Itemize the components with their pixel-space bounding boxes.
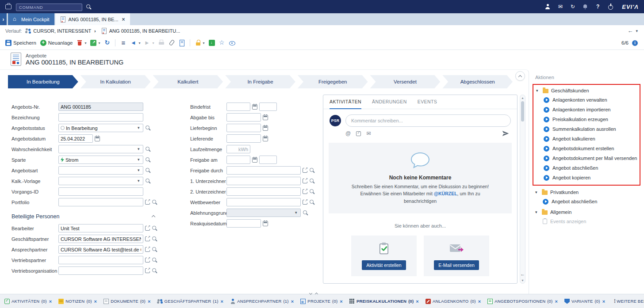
action-angebot-abschliessen[interactable]: Angebot abschließen xyxy=(536,163,639,173)
caret-down-icon[interactable] xyxy=(137,168,141,173)
stage-in-bearbeitung[interactable]: In Bearbeitung xyxy=(8,75,78,88)
input-abgabe-bis[interactable] xyxy=(226,113,261,122)
action-angebotsdokument-erstellen[interactable]: Angebotsdokument erstellen xyxy=(536,144,639,153)
tab-close-icon[interactable]: × xyxy=(602,299,606,304)
linkout-icon[interactable] xyxy=(145,247,150,252)
scrollbar-thumb[interactable] xyxy=(521,101,524,122)
redo-icon[interactable]: ↻ xyxy=(570,4,575,10)
task-icon[interactable] xyxy=(356,131,361,136)
input-bindefrist[interactable] xyxy=(226,103,250,111)
action-group-header[interactable]: ▾Geschäftskunden xyxy=(536,86,639,95)
bottom-tab-notizen[interactable]: NOTIZEN (0) × xyxy=(58,299,97,304)
linkout-icon[interactable] xyxy=(303,179,307,183)
input-1-unterzeichner[interactable] xyxy=(226,177,301,185)
search-icon[interactable] xyxy=(152,236,157,242)
lock-button[interactable]: ▾ xyxy=(195,40,205,46)
calendar-icon[interactable] xyxy=(95,136,100,141)
watch-button[interactable] xyxy=(229,40,235,46)
input-lieferende[interactable] xyxy=(226,134,261,143)
input-freigabe-am[interactable] xyxy=(226,156,250,164)
dropdown-caret-icon[interactable]: ▾ xyxy=(152,41,154,45)
action-angebotsdokument-per-mail-versenden[interactable]: Angebotsdokument per Mail versenden xyxy=(536,153,639,163)
tab-close-icon[interactable]: × xyxy=(49,299,52,304)
favorite-button[interactable] xyxy=(219,40,225,46)
prev-record-button[interactable]: ▾ xyxy=(130,40,140,46)
search-icon[interactable] xyxy=(309,199,315,205)
calendar-icon[interactable] xyxy=(252,104,257,110)
bottom-tab-variante[interactable]: VARIANTE (0) × xyxy=(564,299,605,304)
linkout-icon[interactable] xyxy=(145,236,150,241)
input-ansprechpartner[interactable]: CURSOR Software AG test@test.de CURS... xyxy=(58,245,143,254)
new-button[interactable]: Neuanlage xyxy=(40,40,73,46)
input-lieferbeginn[interactable] xyxy=(226,124,261,132)
input-bearbeiter[interactable]: Unit Test xyxy=(58,224,143,232)
tab-close-icon[interactable]: × xyxy=(478,299,481,304)
action-anlagenkonten-verwalten[interactable]: Anlagenkonten verwalten xyxy=(536,95,639,105)
stage-kalkuliert[interactable]: Kalkuliert xyxy=(153,75,223,88)
command-input[interactable] xyxy=(16,4,82,11)
crumb-ang-0001185[interactable]: › ANG 0001185, IN BEARBEITU... xyxy=(91,28,180,34)
notifications-icon[interactable] xyxy=(582,4,588,10)
vertical-scrollbar[interactable]: ▲ ← ▼ xyxy=(520,95,525,284)
calendar-icon[interactable] xyxy=(263,125,268,131)
stage-abgeschlossen[interactable]: Abgeschlossen xyxy=(442,75,513,88)
collapse-header-icon[interactable] xyxy=(515,71,525,81)
help-icon[interactable]: ? xyxy=(595,4,601,10)
expand-bottom-icon[interactable] xyxy=(315,289,318,297)
action-angebot-abschliessen[interactable]: Angebot abschließen xyxy=(535,197,640,206)
search-icon[interactable] xyxy=(152,257,157,263)
search-icon[interactable] xyxy=(309,178,315,184)
tab-close-icon[interactable]: × xyxy=(416,299,419,304)
search-icon[interactable] xyxy=(152,268,157,274)
caret-down-icon[interactable] xyxy=(137,125,141,131)
input-geschaeftspartner[interactable]: CURSOR Software AG INTERESSENT xyxy=(58,235,143,243)
caret-down-icon[interactable]: ▾ xyxy=(535,210,539,214)
search-icon[interactable] xyxy=(86,4,92,10)
dropdown-caret-icon[interactable]: ▾ xyxy=(98,41,100,45)
input-angebotsart[interactable] xyxy=(58,166,143,175)
logout-icon[interactable] xyxy=(607,4,613,10)
caret-down-icon[interactable] xyxy=(137,179,141,184)
input-angebots-nr[interactable]: ANG 0001185 xyxy=(58,103,143,111)
input-kalk-vorlage[interactable] xyxy=(58,177,143,185)
bottom-tab-ansprechpartner[interactable]: ANSPRECHPARTNER (1) × xyxy=(230,299,294,304)
input-vertriebspartner[interactable] xyxy=(58,256,143,264)
tab-close-icon[interactable]: × xyxy=(94,299,97,304)
action-group-header[interactable]: ▾Allgemein xyxy=(535,208,640,217)
action-summenkalkulation-ausrollen[interactable]: Summenkalkulation ausrollen xyxy=(536,124,639,134)
input-freigabe-am-2[interactable] xyxy=(259,156,277,164)
search-icon[interactable] xyxy=(145,167,151,173)
stage-in-freigabe[interactable]: In Freigabe xyxy=(225,75,295,88)
search-icon[interactable] xyxy=(152,199,157,205)
input-reakquisedatum[interactable] xyxy=(226,219,261,228)
list-view-button[interactable] xyxy=(120,40,126,46)
activities-tab-aktivitaeten[interactable]: AKTIVITÄTEN xyxy=(330,95,361,109)
tab-mein-cockpit[interactable]: Mein Cockpit xyxy=(8,13,54,25)
send-email-card[interactable]: E-Mail versenden xyxy=(424,236,489,276)
stage-in-kalkulation[interactable]: In Kalkulation xyxy=(80,75,151,88)
search-icon[interactable] xyxy=(145,157,151,163)
input-vorgangs-id[interactable] xyxy=(58,187,143,196)
bottom-tab-anlagenkonto[interactable]: ANLAGENKONTO (0) × xyxy=(426,299,481,304)
scroll-down-icon[interactable]: ▼ xyxy=(521,279,524,282)
input-laufzeitmenge[interactable]: kWh xyxy=(226,145,250,153)
linkout-icon[interactable] xyxy=(145,200,150,205)
calendar-icon[interactable] xyxy=(252,157,257,163)
search-icon[interactable] xyxy=(303,210,308,216)
collapse-bottom-icon[interactable] xyxy=(310,289,312,297)
app-icon[interactable] xyxy=(5,4,12,9)
bottom-tab-angebotspositionen[interactable]: ANGEBOTSPOSITIONEN (0) × xyxy=(487,299,558,304)
tab-close-icon[interactable]: × xyxy=(148,299,151,304)
checkin-button[interactable] xyxy=(209,40,215,46)
mention-icon[interactable]: @ xyxy=(345,130,351,137)
search-icon[interactable] xyxy=(145,178,151,184)
tab-close-icon[interactable]: × xyxy=(291,299,294,304)
linkout-icon[interactable] xyxy=(145,226,150,231)
action-angebot-kopieren[interactable]: Angebot kopieren xyxy=(536,173,639,183)
search-icon[interactable] xyxy=(309,189,315,194)
create-activity-card[interactable]: Aktivität erstellen xyxy=(351,236,417,276)
input-angebotsstatus[interactable]: In Bearbeitung xyxy=(58,124,143,132)
dropdown-caret-icon[interactable]: ▾ xyxy=(203,41,205,45)
input-vertriebsorganisation[interactable] xyxy=(58,266,143,275)
document-button[interactable] xyxy=(179,40,185,46)
